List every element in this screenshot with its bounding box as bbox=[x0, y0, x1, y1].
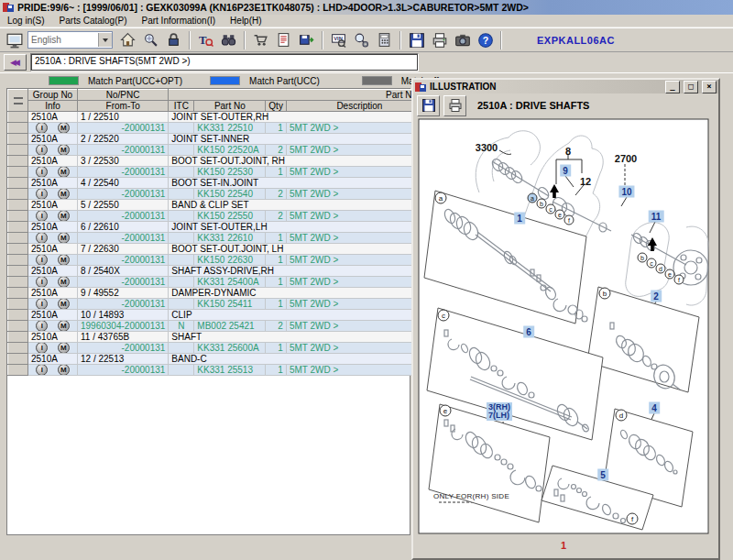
row-selector-cell[interactable] bbox=[8, 277, 28, 288]
group-no-cell[interactable]: 2510A bbox=[28, 112, 78, 123]
col-header-group-no[interactable]: Group No bbox=[28, 90, 78, 101]
col-header-info[interactable]: Info bbox=[28, 101, 78, 112]
part-name-cell[interactable]: BOOT SET-OUT.JOINT, RH bbox=[169, 156, 433, 167]
info-button[interactable]: I bbox=[36, 365, 48, 376]
part-no-cell[interactable]: KK331 22610 bbox=[194, 233, 266, 244]
from-to-cell[interactable]: -20000131 bbox=[78, 277, 169, 288]
from-to-cell[interactable]: -20000131 bbox=[78, 145, 169, 156]
no-pnc-cell[interactable]: 1 / 22510 bbox=[78, 112, 169, 123]
itc-cell[interactable] bbox=[169, 167, 194, 178]
match-button[interactable]: M bbox=[58, 299, 70, 310]
qty-cell[interactable]: 1 bbox=[266, 365, 287, 376]
match-button[interactable]: M bbox=[58, 233, 70, 244]
row-selector-cell[interactable] bbox=[8, 222, 28, 233]
info-button[interactable]: I bbox=[36, 299, 48, 310]
part-no-cell[interactable]: KK150 22520A bbox=[194, 145, 266, 156]
row-selector-cell[interactable] bbox=[8, 255, 28, 266]
part-name-row[interactable]: 2510A1 / 22510JOINT SET-OUTER,RH bbox=[8, 112, 433, 123]
row-selector-cell[interactable] bbox=[8, 189, 28, 200]
from-to-cell[interactable]: -20000131 bbox=[78, 123, 169, 134]
part-name-row[interactable]: 2510A5 / 22550BAND & CLIP SET bbox=[8, 200, 433, 211]
info-button[interactable]: I bbox=[36, 211, 48, 222]
text-search-icon[interactable]: T bbox=[194, 30, 217, 50]
col-header-part-no[interactable]: Part No bbox=[194, 101, 266, 112]
part-name-row[interactable]: 2510A10 / 14893CLIP bbox=[8, 310, 433, 321]
qty-cell[interactable]: 1 bbox=[266, 299, 287, 310]
maximize-button[interactable]: □ bbox=[684, 81, 698, 93]
match-button[interactable]: M bbox=[58, 123, 70, 134]
part-name-cell[interactable]: JOINT SET-OUTER,LH bbox=[169, 222, 433, 233]
qty-cell[interactable]: 2 bbox=[266, 211, 287, 222]
vin-search-icon[interactable]: VIN bbox=[327, 30, 350, 50]
row-selector-cell[interactable] bbox=[8, 299, 28, 310]
callout-hotspot-3(RH)[interactable]: 3(RH)7(LH) bbox=[487, 402, 512, 421]
part-name-row[interactable]: 2510A4 / 22540BOOT SET-IN.JOINT bbox=[8, 178, 433, 189]
callout-hotspot-4[interactable]: 4 bbox=[649, 402, 660, 414]
group-no-cell[interactable]: 2510A bbox=[28, 200, 78, 211]
part-detail-row[interactable]: IM-20000131KK331 2251015MT 2WD > bbox=[8, 123, 433, 134]
home-icon[interactable] bbox=[116, 30, 139, 50]
callout-hotspot-11[interactable]: 11 bbox=[649, 211, 664, 223]
group-no-cell[interactable]: 2510A bbox=[28, 134, 78, 145]
part-no-cell[interactable]: KK150 25411 bbox=[194, 299, 266, 310]
no-pnc-cell[interactable]: 3 / 22530 bbox=[78, 156, 169, 167]
info-button[interactable]: I bbox=[36, 321, 48, 332]
part-detail-row[interactable]: IM-20000131KK331 2551315MT 2WD > bbox=[8, 365, 433, 376]
itc-cell[interactable] bbox=[169, 365, 194, 376]
from-to-cell[interactable]: -20000131 bbox=[78, 343, 169, 354]
row-selector-cell[interactable] bbox=[8, 365, 28, 376]
illustration-print-button[interactable] bbox=[443, 95, 466, 116]
col-header-qty[interactable]: Qty bbox=[266, 101, 287, 112]
help-icon[interactable]: ? bbox=[474, 30, 497, 50]
row-selector-cell[interactable] bbox=[8, 266, 28, 277]
itc-cell[interactable] bbox=[169, 299, 194, 310]
row-selector-cell[interactable] bbox=[8, 233, 28, 244]
group-no-cell[interactable]: 2510A bbox=[28, 332, 78, 343]
info-button[interactable]: I bbox=[36, 277, 48, 288]
illustration-save-button[interactable] bbox=[417, 95, 440, 116]
part-detail-row[interactable]: IM-20000131KK150 2255025MT 2WD > bbox=[8, 211, 433, 222]
part-detail-row[interactable]: IM-20000131KK150 2253015MT 2WD > bbox=[8, 167, 433, 178]
info-button[interactable]: I bbox=[36, 189, 48, 200]
part-no-cell[interactable]: KK150 22540 bbox=[194, 189, 266, 200]
part-detail-row[interactable]: IM-20000131KK150 22520A25MT 2WD > bbox=[8, 145, 433, 156]
row-selector-cell[interactable] bbox=[8, 321, 28, 332]
col-header-from-to[interactable]: From-To bbox=[78, 101, 169, 112]
from-to-cell[interactable]: 19960304-20000131 bbox=[78, 321, 169, 332]
match-button[interactable]: M bbox=[58, 255, 70, 266]
qty-cell[interactable]: 1 bbox=[266, 233, 287, 244]
no-pnc-cell[interactable]: 12 / 22513 bbox=[78, 354, 169, 365]
no-pnc-cell[interactable]: 5 / 22550 bbox=[78, 200, 169, 211]
row-selector-cell[interactable] bbox=[8, 310, 28, 321]
info-button[interactable]: I bbox=[36, 123, 48, 134]
qty-cell[interactable]: 1 bbox=[266, 167, 287, 178]
row-selector-cell[interactable] bbox=[8, 211, 28, 222]
row-selector-cell[interactable] bbox=[8, 112, 28, 123]
qty-cell[interactable]: 2 bbox=[266, 189, 287, 200]
row-selector-cell[interactable] bbox=[8, 343, 28, 354]
language-select[interactable]: English bbox=[27, 31, 113, 49]
match-button[interactable]: M bbox=[58, 211, 70, 222]
minimize-button[interactable]: _ bbox=[665, 81, 680, 93]
parts-list-icon[interactable] bbox=[272, 30, 295, 50]
capture-icon[interactable] bbox=[451, 30, 474, 50]
part-name-cell[interactable]: JOINT SET-INNER bbox=[169, 134, 433, 145]
group-no-cell[interactable]: 2510A bbox=[28, 288, 78, 299]
callout-hotspot-1[interactable]: 1 bbox=[514, 213, 525, 225]
row-selector-cell[interactable] bbox=[8, 123, 28, 134]
lock-icon[interactable] bbox=[162, 30, 185, 50]
part-no-cell[interactable]: KK331 25600A bbox=[194, 343, 266, 354]
close-button[interactable]: × bbox=[702, 81, 717, 93]
part-no-cell[interactable]: KK150 22550 bbox=[194, 211, 266, 222]
itc-cell[interactable] bbox=[169, 277, 194, 288]
from-to-cell[interactable]: -20000131 bbox=[78, 299, 169, 310]
part-name-cell[interactable]: BOOT SET-OUT.JOINT, LH bbox=[169, 244, 433, 255]
part-name-row[interactable]: 2510A12 / 22513BAND-C bbox=[8, 354, 433, 365]
row-selector-cell[interactable] bbox=[8, 156, 28, 167]
system-monitor-icon[interactable] bbox=[3, 30, 26, 50]
from-to-cell[interactable]: -20000131 bbox=[78, 167, 169, 178]
no-pnc-cell[interactable]: 2 / 22520 bbox=[78, 134, 169, 145]
group-no-cell[interactable]: 2510A bbox=[28, 266, 78, 277]
cart-icon[interactable] bbox=[249, 30, 272, 50]
no-pnc-cell[interactable]: 8 / 2540X bbox=[78, 266, 169, 277]
